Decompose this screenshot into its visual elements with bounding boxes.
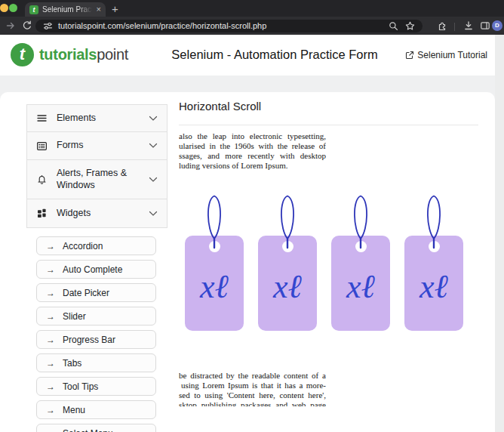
bookmark-star-icon[interactable] xyxy=(405,21,415,31)
scroll-text-bottom[interactable]: be distracted by the readable content of… xyxy=(179,371,326,406)
text-line-clipped: sktop publishing packages and web page xyxy=(179,400,326,406)
sidebar-item-widgets[interactable]: Widgets xyxy=(27,199,167,227)
sidebar-button-tabs[interactable]: →Tabs xyxy=(36,353,156,372)
site-header: t tutorialspoint Selenium - Automation P… xyxy=(0,35,495,76)
arrow-right-icon: → xyxy=(46,428,55,432)
page-title: Selenium - Automation Practice Form xyxy=(161,48,388,62)
minimize-traffic-light[interactable] xyxy=(0,4,8,12)
sidebar-button-label: Select Menu xyxy=(63,428,113,432)
extensions-icon[interactable] xyxy=(437,20,447,31)
download-icon[interactable] xyxy=(463,20,474,31)
sidebar-button-auto-complete[interactable]: →Auto Complete xyxy=(36,260,156,279)
page-scrollbar-gutter[interactable] xyxy=(495,35,504,432)
sidebar-button-label: Menu xyxy=(63,405,85,415)
browser-toolbar: tutorialspoint.com/selenium/practice/hor… xyxy=(0,17,504,35)
sidebar-section-label: Widgets xyxy=(57,208,149,220)
tag-string-loop xyxy=(421,192,447,249)
arrow-right-icon: → xyxy=(46,311,55,322)
zoom-icon[interactable] xyxy=(389,21,398,31)
sidebar-button-tool-tips[interactable]: →Tool Tips xyxy=(36,377,156,396)
tutorialspoint-logo-icon[interactable]: t xyxy=(11,43,34,66)
bell-icon xyxy=(36,174,48,185)
tag-size-label: xℓ xyxy=(404,267,463,306)
sidebar-button-date-picker[interactable]: →Date Picker xyxy=(36,283,156,302)
sidebar-button-slider[interactable]: →Slider xyxy=(36,307,156,326)
sidebar-section-label: Alerts, Frames & Windows xyxy=(57,168,149,191)
logo-text-bold: tutorials xyxy=(39,46,97,63)
text-line: ularised in the 1960s with the release o… xyxy=(179,141,326,151)
heading-divider xyxy=(179,125,478,125)
sidebar-item-forms[interactable]: Forms xyxy=(27,132,167,160)
sidebar-accordion: Elements Forms Alerts, Frames & Windows … xyxy=(26,104,167,228)
sidebar-button-label: Date Picker xyxy=(63,288,109,298)
text-line: luding versions of Lorem Ipsum. xyxy=(179,161,326,171)
sidebar-section-label: Elements xyxy=(57,113,149,125)
tutorialspoint-favicon: t xyxy=(29,5,38,14)
xl-price-tag: xℓ xyxy=(258,192,317,331)
tag-size-label: xℓ xyxy=(331,267,390,306)
arrow-right-icon: → xyxy=(46,264,55,275)
scroll-text-top[interactable]: also the leap into electronic typesettin… xyxy=(179,131,326,171)
arrow-right-icon: → xyxy=(46,241,55,251)
widgets-grid-icon xyxy=(36,208,48,219)
selenium-tutorial-label: Selenium Tutorial xyxy=(417,50,487,60)
list-icon xyxy=(36,113,48,124)
sidebar-button-select-menu[interactable]: →Select Menu xyxy=(36,424,156,432)
xl-price-tag: xℓ xyxy=(404,192,463,331)
arrow-right-icon: → xyxy=(46,405,55,415)
sidebar-button-label: Tool Tips xyxy=(63,381,98,392)
logo-text-light: point xyxy=(97,46,128,63)
tag-string-loop xyxy=(348,192,373,249)
sidebar-button-label: Progress Bar xyxy=(63,335,115,345)
xl-price-tag: xℓ xyxy=(185,192,244,331)
tag-size-label: xℓ xyxy=(185,267,244,306)
text-line: ssages, and more recently with desktop xyxy=(179,151,326,161)
reload-icon[interactable] xyxy=(22,20,32,31)
content-heading: Horizontal Scroll xyxy=(179,100,261,113)
sidebar-button-progress-bar[interactable]: →Progress Bar xyxy=(36,330,156,349)
text-line: be distracted by the readable content of… xyxy=(179,371,326,381)
fullscreen-traffic-light[interactable] xyxy=(9,4,17,12)
chevron-down-icon xyxy=(149,211,158,217)
toolbar-divider xyxy=(454,23,455,31)
forward-arrow-icon[interactable] xyxy=(5,20,16,31)
sidebar-button-menu[interactable]: →Menu xyxy=(36,400,156,419)
address-bar[interactable]: tutorialspoint.com/selenium/practice/hor… xyxy=(35,20,423,32)
browser-tab[interactable]: t Selenium Practice - Horizonta × xyxy=(25,2,106,17)
chevron-down-icon xyxy=(149,143,158,149)
chevron-down-icon xyxy=(149,116,158,122)
arrow-right-icon: → xyxy=(46,381,55,392)
arrow-right-icon: → xyxy=(46,288,55,298)
arrow-right-icon: → xyxy=(46,335,55,345)
profile-avatar[interactable]: D xyxy=(492,20,502,31)
form-card-icon xyxy=(36,140,48,152)
selenium-tutorial-link[interactable]: Selenium Tutorial xyxy=(405,50,487,60)
external-link-icon xyxy=(405,51,414,60)
sidebar-section-label: Forms xyxy=(57,140,149,152)
xl-price-tag: xℓ xyxy=(331,192,390,331)
tag-string-loop xyxy=(275,192,300,249)
sidebar-button-label: Slider xyxy=(63,311,86,322)
tab-close-icon[interactable]: × xyxy=(97,5,101,14)
tag-string-loop xyxy=(201,192,227,249)
sidebar-button-accordion[interactable]: →Accordion xyxy=(36,236,156,255)
text-line: sed to using 'Content here, content here… xyxy=(179,390,326,400)
text-line: using Lorem Ipsum is that it has a more- xyxy=(179,381,326,390)
tab-title: Selenium Practice - Horizonta xyxy=(42,5,94,14)
site-settings-icon[interactable] xyxy=(43,21,53,31)
new-tab-button[interactable]: + xyxy=(112,2,118,16)
sidebar-button-label: Auto Complete xyxy=(63,264,122,275)
browser-tab-strip: t Selenium Practice - Horizonta × + xyxy=(0,0,504,17)
url-text[interactable]: tutorialspoint.com/selenium/practice/hor… xyxy=(58,21,389,30)
sidebar-item-alerts-frames-windows[interactable]: Alerts, Frames & Windows xyxy=(27,160,167,199)
sidebar-item-elements[interactable]: Elements xyxy=(27,105,167,132)
sidebar-button-label: Accordion xyxy=(63,241,103,251)
tag-size-label: xℓ xyxy=(258,267,317,306)
arrow-right-icon: → xyxy=(46,358,55,369)
sidebar-button-label: Tabs xyxy=(63,358,81,369)
sidebar-panel-icon[interactable] xyxy=(480,20,490,31)
tutorialspoint-logo-text[interactable]: tutorialspoint xyxy=(39,46,128,63)
text-line: also the leap into electronic typesettin… xyxy=(179,131,326,141)
chevron-down-icon xyxy=(149,177,158,183)
